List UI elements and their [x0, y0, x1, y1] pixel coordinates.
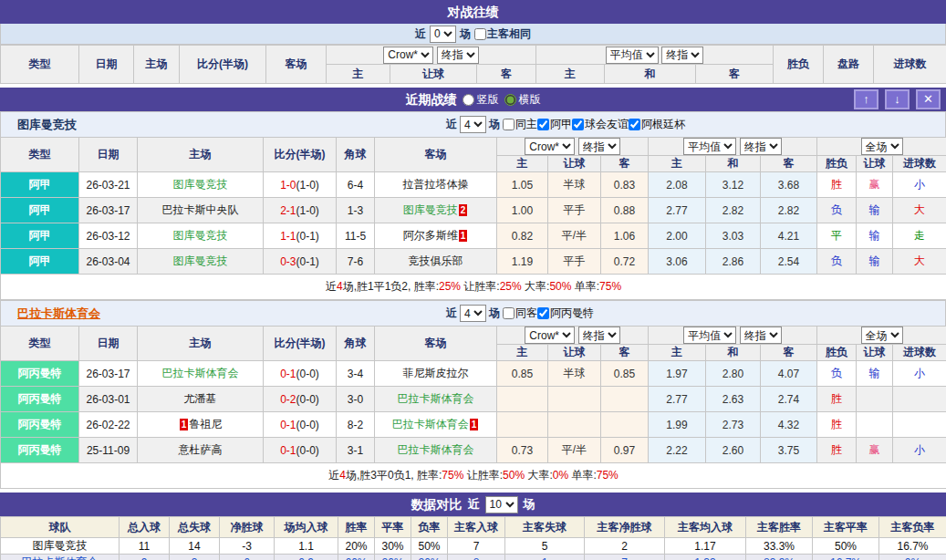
team1-filter: 近 4 场 同主阿甲球会友谊阿根廷杯	[446, 116, 685, 133]
compare-column-header: 总入球	[120, 517, 170, 538]
team-name: 菲尼斯皮拉尔	[403, 367, 469, 379]
handicap-odds-cell: 1.05	[497, 172, 548, 198]
team-name[interactable]: 图库曼竞技	[173, 229, 228, 242]
fulltime-select[interactable]: 全场	[861, 327, 903, 344]
col-score: 比分(半场)	[180, 46, 266, 84]
filter-checkbox-label[interactable]: 球会友谊	[572, 117, 629, 132]
compare-stat-value: 1.33	[665, 555, 746, 560]
filter-checkbox-label[interactable]: 同主	[503, 117, 537, 132]
h2h-near-count-select[interactable]: 0	[430, 26, 456, 43]
team-name[interactable]: 巴拉卡斯体育会	[398, 443, 474, 456]
filter-checkbox-label[interactable]: 阿甲	[537, 117, 572, 132]
move-up-button[interactable]: ↑	[854, 89, 878, 109]
h2h-title-bar: 对战往绩	[0, 0, 946, 24]
horizontal-layout-radio-label[interactable]: 横版	[504, 88, 541, 111]
col-odds-away: 客	[601, 345, 649, 361]
handicap-odds-cell	[601, 412, 649, 438]
compare-stat-value: 5	[505, 538, 585, 555]
team-name[interactable]: 图库曼竞技	[173, 254, 228, 267]
compare-stat-value: 16.7%	[879, 538, 946, 555]
team-name[interactable]: 巴拉卡斯体育会	[398, 392, 474, 405]
filter-checkbox[interactable]	[537, 307, 549, 319]
col-away: 客场	[375, 138, 497, 172]
handicap-odds-cell	[497, 387, 548, 412]
odds-company-select[interactable]: Crow*	[525, 138, 575, 155]
filter-checkbox-label[interactable]: 阿根廷杯	[629, 117, 685, 132]
team2-name-link[interactable]: 巴拉卡斯体育会	[17, 306, 100, 322]
final-index-select[interactable]: 终指	[578, 327, 620, 344]
team2-near-count-select[interactable]: 4	[460, 305, 486, 322]
vertical-layout-radio-label[interactable]: 竖版	[463, 88, 499, 111]
same-homeaway-checkbox[interactable]	[474, 28, 486, 40]
match-date: 26-03-01	[79, 387, 138, 412]
europe-odds-cell: 2.77	[649, 387, 706, 412]
col-avg-draw: 和	[706, 156, 761, 172]
col-result: 胜负	[817, 345, 857, 361]
compare-column-header: 主客负率	[879, 517, 946, 538]
odds-company-select[interactable]: Crow*	[525, 327, 575, 344]
filter-checkbox[interactable]	[537, 119, 549, 130]
compare-stat-value: 9	[120, 555, 170, 560]
horizontal-layout-radio[interactable]	[504, 94, 516, 106]
red-card-badge: 1	[459, 230, 468, 242]
final-index-select[interactable]: 终指	[661, 47, 703, 64]
away-team-cell: 菲尼斯皮拉尔	[375, 361, 497, 387]
match-row: 阿甲26-03-17巴拉卡斯中央队2-1(1-0)1-3图库曼竞技21.00平手…	[1, 198, 946, 223]
europe-odds-cell: 2.00	[649, 223, 706, 249]
close-button[interactable]: ✕	[916, 89, 941, 109]
final-index-select[interactable]: 终指	[437, 47, 479, 64]
team-name[interactable]: 巴拉卡斯体育会	[162, 367, 239, 379]
team1-near-count-select[interactable]: 4	[460, 116, 486, 133]
filter-checkbox-label[interactable]: 同客	[503, 306, 537, 321]
result-cell: 大	[893, 198, 946, 223]
average-select[interactable]: 平均值	[606, 47, 659, 64]
filter-checkbox[interactable]	[572, 119, 584, 130]
filter-checkbox[interactable]	[629, 119, 640, 130]
filter-checkbox-text: 球会友谊	[585, 117, 629, 132]
average-select[interactable]: 平均值	[683, 138, 736, 155]
match-date: 26-02-22	[79, 412, 138, 438]
compare-table: 球队总入球总失球净胜球场均入球胜率平率负率主客入球主客失球主客净胜球主客均入球主…	[0, 516, 946, 560]
fulltime-group: 全场	[817, 327, 946, 345]
result-cell: 小	[893, 438, 946, 463]
col-odds-away: 客	[601, 156, 649, 172]
home-team-cell: 图库曼竞技	[138, 172, 264, 198]
team-name[interactable]: 巴拉卡斯体育会	[392, 418, 469, 430]
red-card-badge: 1	[470, 419, 479, 430]
team1-summary: 近4场,胜1平1负2, 胜率:25% 让胜率:25% 大率:50% 单率:75%	[1, 275, 946, 300]
filter-checkbox-text: 阿根廷杯	[641, 117, 685, 132]
same-homeaway-checkbox-label[interactable]: 主客相同	[474, 26, 531, 42]
filter-checkbox[interactable]	[503, 119, 515, 130]
compare-stat-value: 3	[170, 555, 220, 560]
h2h-filter-row: 近 0 场 主客相同	[0, 24, 946, 45]
europe-odds-cell: 3.03	[706, 223, 761, 249]
vertical-layout-radio[interactable]	[463, 94, 474, 106]
corner-cell: 1-3	[337, 198, 375, 223]
average-select[interactable]: 平均值	[683, 327, 736, 344]
compare-near-count-select[interactable]: 10	[485, 496, 518, 513]
compare-stat-value: 60%	[338, 555, 375, 560]
move-down-button[interactable]: ↓	[885, 89, 910, 109]
score-cell: 0-3(0-1)	[264, 249, 337, 275]
europe-odds-group: 平均值 终指	[649, 327, 817, 345]
final-index-select[interactable]: 终指	[740, 327, 782, 344]
compare-stat-value: 1.1	[275, 538, 338, 555]
team-name[interactable]: 图库曼竞技	[173, 178, 228, 191]
team-name[interactable]: 图库曼竞技	[403, 203, 458, 216]
final-index-select[interactable]: 终指	[740, 138, 782, 155]
result-cell	[857, 412, 893, 438]
europe-odds-cell: 4.32	[761, 412, 817, 438]
result-cell: 小	[893, 172, 946, 198]
league-badge: 阿丙曼特	[1, 387, 79, 412]
result-cell: 胜	[817, 387, 857, 412]
filter-checkbox-label[interactable]: 阿丙曼特	[537, 306, 594, 321]
fulltime-select[interactable]: 全场	[861, 138, 903, 155]
odds-company-select[interactable]: Crow*	[383, 47, 433, 64]
europe-odds-cell: 2.80	[706, 361, 761, 387]
compare-stat-value: -3	[220, 538, 275, 555]
filter-checkbox[interactable]	[503, 307, 515, 319]
europe-odds-cell: 2.08	[649, 172, 706, 198]
final-index-select[interactable]: 终指	[578, 138, 620, 155]
europe-odds-cell: 3.75	[761, 438, 817, 463]
team-name: 拉普拉塔体操	[403, 178, 469, 191]
